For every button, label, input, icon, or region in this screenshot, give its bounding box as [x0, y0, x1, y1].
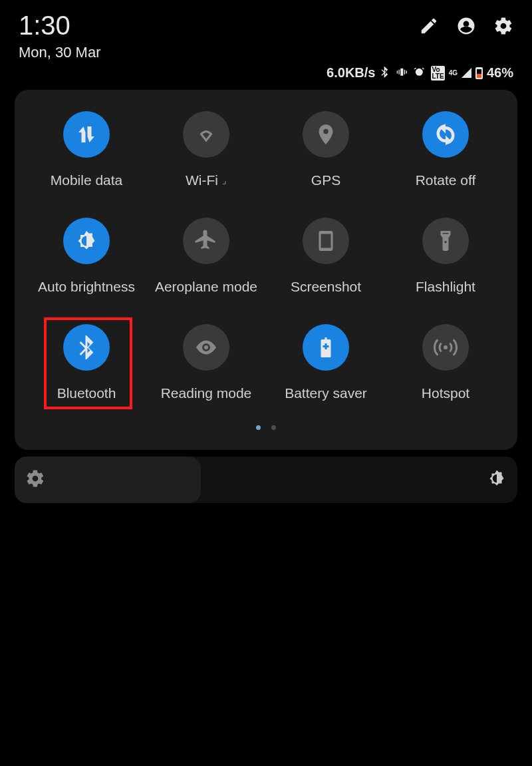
wifi-icon [183, 111, 229, 158]
battery-icon [475, 67, 483, 79]
user-icon[interactable] [456, 16, 476, 36]
tile-aeroplane[interactable]: Aeroplane mode [146, 218, 266, 295]
tile-label: Hotspot [422, 385, 469, 401]
quick-settings-header: 1:30 Mon, 30 Mar [0, 0, 532, 61]
signal-triangle-icon [462, 68, 471, 78]
vibrate-status-icon [396, 67, 410, 80]
tile-label: GPS [311, 172, 340, 188]
tile-gps[interactable]: GPS [266, 111, 386, 188]
network-type: 4G [449, 70, 458, 77]
pager-dot[interactable] [271, 425, 276, 430]
brightness-max-icon [487, 469, 507, 491]
volte-badge: VoLTE [431, 66, 444, 81]
brightness-auto-icon [63, 218, 110, 264]
arrows-up-down-icon [63, 111, 110, 158]
airplane-icon [183, 218, 229, 264]
location-icon [303, 111, 349, 158]
tile-battery-saver[interactable]: Battery saver [266, 324, 386, 401]
hotspot-icon [422, 324, 469, 371]
tile-label: Flashlight [416, 279, 475, 295]
tile-label: Mobile data [51, 172, 123, 188]
tile-mobile-data[interactable]: Mobile data [27, 111, 146, 188]
settings-gear-icon[interactable] [493, 16, 513, 36]
brightness-slider[interactable] [15, 457, 517, 503]
tile-label: Screenshot [291, 279, 361, 295]
clock-date: Mon, 30 Mar [19, 44, 101, 61]
phone-frame-icon [303, 218, 349, 264]
eye-icon [183, 324, 229, 371]
bluetooth-status-icon [379, 67, 392, 80]
pager-dot[interactable] [256, 425, 261, 430]
battery-percent: 46% [487, 65, 513, 81]
tile-label: Wi-Fi⌟ [186, 172, 227, 188]
tile-screenshot[interactable]: Screenshot [266, 218, 386, 295]
tile-label: Reading mode [161, 385, 252, 401]
tile-rotate[interactable]: Rotate off [386, 111, 505, 188]
brightness-auto-icon[interactable] [25, 469, 45, 491]
tile-label: Rotate off [416, 172, 476, 188]
tile-hotspot[interactable]: Hotspot [386, 324, 505, 401]
tile-label: Auto brightness [38, 279, 135, 295]
quick-settings-panel: Mobile dataWi-Fi⌟GPSRotate offAuto brigh… [15, 90, 517, 450]
status-bar: 6.0KB/s VoLTE 4G 46% [0, 61, 532, 81]
tile-label: Aeroplane mode [155, 279, 257, 295]
tile-auto-brightness[interactable]: Auto brightness [27, 218, 146, 295]
tile-bluetooth[interactable]: Bluetooth [27, 324, 146, 401]
flashlight-icon [422, 218, 469, 264]
tile-label: Bluetooth [57, 385, 116, 401]
tile-flashlight[interactable]: Flashlight [386, 218, 505, 295]
clock-time: 1:30 [19, 12, 101, 39]
edit-icon[interactable] [419, 16, 439, 36]
rotate-icon [422, 111, 469, 158]
page-indicator [27, 425, 505, 430]
tile-wifi[interactable]: Wi-Fi⌟ [146, 111, 266, 188]
network-speed: 6.0KB/s [327, 65, 375, 81]
battery-plus-icon [303, 324, 349, 371]
bluetooth-icon [63, 324, 110, 371]
tile-label: Battery saver [285, 385, 367, 401]
tile-reading[interactable]: Reading mode [146, 324, 266, 401]
quick-settings-grid: Mobile dataWi-Fi⌟GPSRotate offAuto brigh… [27, 111, 505, 401]
tile-suffix: ⌟ [222, 175, 227, 186]
alarm-status-icon [414, 67, 427, 80]
